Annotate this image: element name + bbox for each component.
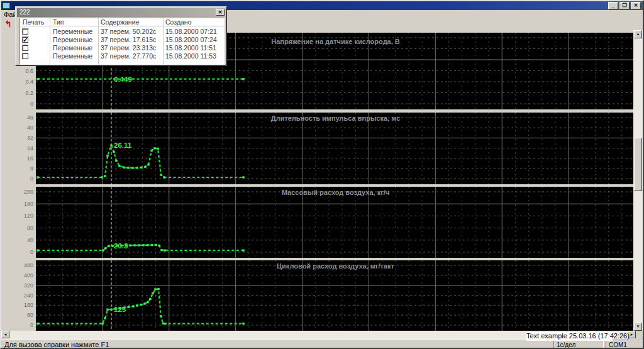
data-marker — [155, 244, 157, 246]
data-marker — [128, 306, 130, 307]
data-marker — [36, 323, 38, 324]
y-tick-label: 0 — [1, 322, 33, 328]
back-arrow-icon[interactable]: ↰ — [4, 19, 12, 29]
y-tick-label: 0 — [1, 249, 33, 255]
y-tick-label: 48 — [1, 114, 33, 121]
data-marker — [242, 323, 244, 324]
chart-title: Цикловой расход воздуха, мг/такт — [36, 262, 635, 270]
col-type: Тип — [53, 18, 64, 26]
data-marker — [106, 309, 108, 311]
data-marker — [242, 78, 244, 80]
data-marker — [153, 147, 155, 149]
data-marker — [164, 323, 166, 324]
data-marker — [36, 78, 38, 80]
data-marker — [106, 155, 108, 157]
list-item[interactable]: Переменные 37 перем. 27.770с 15.08.2000 … — [20, 52, 224, 60]
list-item[interactable]: Переменные 37 перем. 50.202с 15.08.2000 … — [20, 28, 224, 36]
y-tick-label: 0.2 — [1, 90, 33, 96]
data-marker — [115, 160, 117, 162]
trace-line — [38, 245, 243, 251]
data-marker — [110, 145, 112, 147]
y-tick-label: 80 — [1, 312, 33, 318]
data-marker — [152, 292, 153, 294]
print-checkbox[interactable] — [22, 28, 29, 35]
dialog-title[interactable]: 222 — [17, 8, 225, 17]
row-type: Переменные — [53, 44, 92, 52]
y-tick-label: 240 — [1, 292, 33, 299]
data-marker — [160, 315, 162, 317]
scroll-up-icon[interactable]: ▲ — [634, 30, 642, 38]
dialog-close-icon[interactable]: ✕ — [216, 9, 225, 16]
row-created: 15.08.2000 11:53 — [165, 52, 216, 60]
list-item[interactable]: ✓ Переменные 37 перем. 17.615с 15.08.200… — [20, 36, 224, 44]
row-content: 37 перем. 50.202с — [101, 28, 156, 35]
y-tick-label: 0 — [1, 101, 33, 107]
data-marker — [123, 167, 125, 169]
minimize-button[interactable]: _ — [608, 2, 618, 9]
data-marker — [110, 308, 112, 310]
row-content: 37 перем. 27.770с — [101, 52, 156, 60]
col-print: Печать — [23, 18, 44, 26]
close-button[interactable]: ✕ — [631, 2, 641, 9]
data-marker — [164, 249, 165, 251]
row-created: 15.08.2000 11:51 — [165, 44, 216, 52]
data-marker — [104, 175, 106, 177]
restore-button[interactable]: ❐ — [619, 2, 630, 9]
data-marker — [147, 163, 149, 165]
vertical-scrollbar[interactable]: ▲ ▼ — [633, 30, 643, 331]
print-checkbox[interactable]: ✓ — [22, 36, 29, 43]
y-tick-label: 320 — [1, 282, 33, 289]
scroll-down-icon[interactable]: ▼ — [634, 323, 642, 331]
list-item[interactable]: Переменные 37 перем. 23.313с 15.08.2000 … — [20, 44, 224, 52]
data-marker — [142, 244, 144, 246]
y-tick-label: 16 — [1, 155, 33, 162]
y-tick-label: 40 — [1, 125, 33, 131]
data-marker — [101, 323, 103, 324]
trace-line — [38, 145, 243, 177]
data-marker — [36, 249, 38, 251]
scroll-left-icon[interactable]: ◄ — [1, 331, 9, 338]
data-marker — [131, 167, 133, 169]
data-marker — [147, 301, 148, 303]
y-tick-label: 8 — [1, 165, 33, 172]
data-marker — [136, 167, 138, 169]
status-scale: 1с/дел — [553, 340, 604, 349]
y-tick-label: 80 — [1, 225, 33, 231]
row-type: Переменные — [53, 28, 92, 35]
y-tick-label: 0.6 — [1, 68, 33, 74]
data-marker — [151, 244, 153, 246]
data-marker — [102, 249, 104, 251]
chart-panel-3: 20.3Массовый расход воздуха, кг/ч — [36, 187, 635, 258]
vertical-scroll-thumb[interactable] — [634, 138, 642, 191]
chart-plot: 20.3 — [36, 187, 635, 258]
chart-panel-2: 26.11Длительность импульса впрыска, мс — [36, 113, 635, 184]
data-marker — [133, 244, 135, 246]
print-checkbox[interactable] — [22, 53, 29, 60]
y-tick-label: 200 — [1, 189, 33, 195]
data-marker — [104, 317, 106, 319]
y-tick-label: 480 — [1, 262, 33, 269]
y-tick-label: 24 — [1, 145, 33, 152]
data-marker — [154, 288, 156, 290]
col-created: Создано — [165, 18, 192, 26]
data-marker — [127, 167, 129, 169]
print-checkbox[interactable] — [22, 45, 29, 52]
chart-plot: 26.11 — [36, 113, 635, 184]
data-marker — [157, 288, 159, 290]
data-marker — [129, 245, 131, 247]
col-content: Содержание — [101, 18, 139, 26]
data-marker — [160, 249, 162, 251]
chart-panel-4: 125Цикловой расход воздуха, мг/такт — [36, 260, 635, 331]
data-marker — [158, 245, 160, 247]
data-marker — [143, 302, 145, 304]
data-marker — [104, 247, 106, 249]
data-marker — [144, 166, 146, 168]
data-marker — [157, 148, 158, 150]
app-window: 0.449Напряжение на датчике кислорода, В1… — [0, 0, 644, 349]
list-header: Печать Тип Содержание Создано — [20, 18, 224, 26]
data-marker — [163, 176, 165, 178]
cursor-value-label: 26.11 — [114, 141, 132, 149]
data-marker — [140, 304, 142, 306]
data-marker — [242, 176, 244, 178]
row-type: Переменные — [53, 36, 92, 43]
